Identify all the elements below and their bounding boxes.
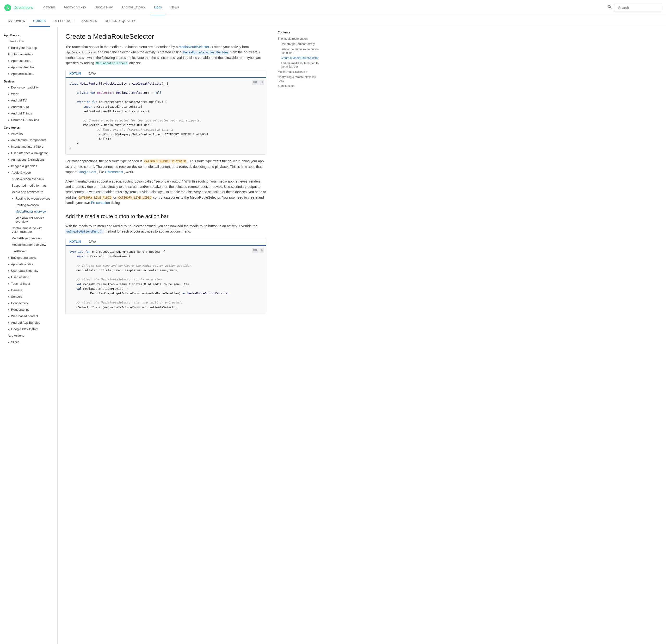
code-tab-java-2[interactable]: JAVA [85,238,100,246]
sidebar-item-user-data[interactable]: ▶User data & identity [0,267,57,274]
sidebar-item-sensors[interactable]: ▶Sensors [0,293,57,300]
sidebar-item-play-instant[interactable]: ▶Google Play Instant [0,326,57,332]
sidebar-item-android-tv[interactable]: ▶Android TV [0,97,57,104]
sidebar-item-app-manifest[interactable]: ▶App manifest file [0,64,57,70]
link-mediarouteselector[interactable]: MediaRouteSelector [179,45,209,49]
sidebar-item-camera[interactable]: ▶Camera [0,287,57,293]
sidebar-item-av-overview[interactable]: Audio & video overview [0,176,57,182]
sidebar-item-web-content[interactable]: ▶Web-based content [0,313,57,319]
toc-item-3[interactable]: Create a MediaRouteSelector [278,55,323,61]
sidebar-item-media-app-arch[interactable]: Media app architecture [0,189,57,195]
sidebar-item-arch-components[interactable]: ▶Architecture Components [0,137,57,143]
paragraph-3: A few manufacturers support a special ro… [65,179,266,206]
nav-android-studio[interactable]: Android Studio [60,0,90,15]
nav-docs[interactable]: Docs [151,0,166,15]
section-2-heading: Add the media route button to the action… [65,213,266,220]
sidebar-item-animations[interactable]: ▶Animations & transitions [0,156,57,163]
section2-text: With the media route menu and MediaRoute… [65,224,257,228]
code-block-wrapper-2: ⌨ ⎘ override fun onCreateOptionsMenu(men… [66,246,266,313]
chevron-right-icon: ▶ [8,99,10,102]
code-tab-java-1[interactable]: JAVA [85,70,100,78]
sidebar-item-bg-tasks[interactable]: ▶Background tasks [0,254,57,261]
toc-item-1[interactable]: Use an AppCompatActivity [278,41,323,47]
sidebar-item-app-resources[interactable]: ▶App resources [0,57,57,64]
sidebar-item-audio-video[interactable]: ▼Audio & video [0,169,57,176]
sidebar-item-routing[interactable]: ▼Routing between devices [0,195,57,202]
code-tab-kotlin-2[interactable]: KOTLIN [66,238,85,246]
sidebar-item-app-permissions[interactable]: ▶App permissions [0,70,57,77]
intro-paragraph: The routes that appear in the media rout… [65,44,266,66]
nav-platform[interactable]: Platform [39,0,59,15]
chevron-right-icon: ▶ [8,119,10,121]
search-area [606,3,662,13]
sidebar-item-app-actions[interactable]: App Actions [0,332,57,339]
chevron-right-icon: ▶ [8,132,10,135]
sidebar-item-android-auto[interactable]: ▶Android Auto [0,104,57,110]
sidebar-item-images-graphics[interactable]: ▶Images & graphics [0,163,57,169]
sidebar-section-devices: Devices [0,77,57,84]
code-category-live-audio: CATEGORY_LIVE_AUDIO [77,196,112,200]
subnav-reference[interactable]: REFERENCE [50,15,78,27]
search-icon-button[interactable] [606,3,614,13]
code-wrap-button-1[interactable]: ⌨ [252,80,259,85]
toc-item-6[interactable]: Controlling a remote playback route [278,74,323,83]
sidebar-item-chrome-os[interactable]: ▶Chrome OS devices [0,117,57,123]
toc-item-5[interactable]: MediaRouter callbacks [278,69,323,74]
code-wrap-button-2[interactable]: ⌨ [252,248,259,253]
chevron-right-icon: ▶ [8,321,10,324]
search-input[interactable] [614,4,662,12]
sidebar-item-activities[interactable]: ▶Activities [0,130,57,137]
android-logo-icon: A [4,4,12,12]
nav-news[interactable]: News [167,0,183,15]
subnav-design-quality[interactable]: DESIGN & QUALITY [101,15,140,27]
sidebar-item-exoplayer[interactable]: ExoPlayer [0,248,57,254]
right-toc: Contents The media route button Use an A… [274,27,327,92]
subnav-samples[interactable]: SAMPLES [77,15,101,27]
sidebar-item-app-data[interactable]: ▶App data & files [0,261,57,267]
sidebar-item-introduction[interactable]: Introduction [0,38,57,45]
toc-item-2[interactable]: Define the media route button menu item [278,47,323,55]
sidebar-item-app-fundamentals[interactable]: App fundamentals [0,51,57,57]
code-tab-kotlin-1[interactable]: KOTLIN [66,70,85,78]
sidebar-item-touch-input[interactable]: ▶Touch & input [0,281,57,287]
toc-item-4[interactable]: Add the media route button to the action… [278,61,323,69]
chevron-right-icon: ▶ [8,145,10,148]
subnav-overview[interactable]: OVERVIEW [4,15,29,27]
toc-item-7[interactable]: Sample code [278,83,323,88]
code-tabs-1: KOTLIN JAVA [66,70,266,78]
para3-mid: or [113,196,116,199]
sidebar-item-wear[interactable]: ▶Wear [0,91,57,97]
sidebar-item-android-things[interactable]: ▶Android Things [0,110,57,117]
subnav-guides[interactable]: GUIDES [29,15,50,27]
nav-google-play[interactable]: Google Play [91,0,117,15]
code-copy-button-2[interactable]: ⎘ [260,248,264,253]
sidebar-item-mediarecorder[interactable]: MediaRecorder overview [0,241,57,248]
nav-android-jetpack[interactable]: Android Jetpack [118,0,149,15]
sidebar-item-ui-navigation[interactable]: ▶User interface & navigation [0,150,57,156]
sidebar-item-app-bundles[interactable]: ▶Android App Bundles [0,319,57,326]
link-chromecast[interactable]: Chromecast [105,170,123,174]
sidebar-item-slices[interactable]: ▶Slices [0,339,57,345]
sidebar-item-connectivity[interactable]: ▶Connectivity [0,300,57,306]
sidebar-item-volumeshaper[interactable]: Control amplitude with VolumeShaper [0,225,57,235]
code-copy-button-1[interactable]: ⎘ [260,80,264,85]
link-google-cast[interactable]: Google Cast [77,170,97,174]
sidebar-item-renderscript[interactable]: ▶Renderscript [0,306,57,313]
sidebar-item-mediaplayer[interactable]: MediaPlayer overview [0,235,57,241]
paragraph-2: For most applications, the only route ty… [65,158,266,174]
sidebar-item-device-compat[interactable]: ▶Device compatibility [0,84,57,91]
code-mediarouteselectorbuilder: MediaRouteSelector.Builder [182,50,229,55]
link-presentation[interactable]: Presentation [91,201,110,205]
intro-text: The routes that appear in the media rout… [65,45,178,49]
chevron-right-icon: ▶ [8,276,10,278]
chevron-right-icon: ▶ [8,282,10,285]
toc-item-0[interactable]: The media route button [278,36,323,41]
sidebar-item-user-location[interactable]: ▶User location [0,274,57,281]
main-content: Create a MediaRouteSelector The routes t… [58,27,274,644]
sidebar-item-intents[interactable]: ▶Intents and intent filters [0,143,57,150]
sidebar-item-supported-media[interactable]: Supported media formats [0,182,57,189]
sidebar-item-mediarouteprovider-overview[interactable]: MediaRouteProvider overview [0,215,57,225]
sidebar-item-mediarouter-overview[interactable]: MediaRouter overview [0,208,57,215]
sidebar-item-routing-overview[interactable]: Routing overview [0,202,57,208]
sidebar-item-build-first-app[interactable]: ▶Build your first app [0,45,57,51]
